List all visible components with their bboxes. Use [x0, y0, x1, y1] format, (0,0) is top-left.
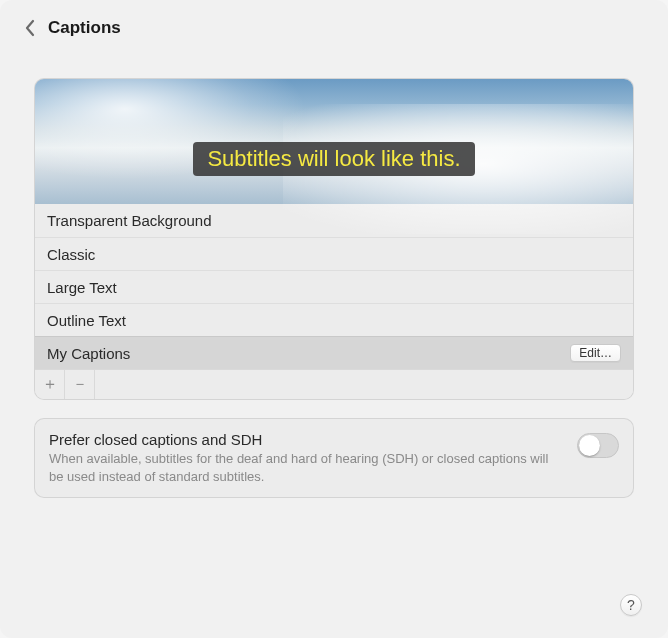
captions-panel: Captions Subtitles will look like this. …: [0, 0, 668, 638]
style-row-label: Classic: [47, 246, 95, 263]
preview-card: Subtitles will look like this. Transpare…: [34, 78, 634, 400]
toggle-knob: [579, 435, 600, 456]
add-style-button[interactable]: ＋: [35, 370, 65, 399]
header: Captions: [0, 0, 668, 50]
help-button[interactable]: ?: [620, 594, 642, 616]
style-row[interactable]: My CaptionsEdit…: [35, 336, 633, 369]
prefer-sdh-text: Prefer closed captions and SDH When avai…: [49, 431, 565, 485]
page-title: Captions: [48, 18, 121, 38]
remove-style-button[interactable]: －: [65, 370, 95, 399]
chevron-left-icon: [24, 19, 36, 37]
prefer-sdh-description: When available, subtitles for the deaf a…: [49, 450, 565, 485]
style-row-label: Outline Text: [47, 312, 126, 329]
style-row[interactable]: Large Text: [35, 270, 633, 303]
edit-style-button[interactable]: Edit…: [570, 344, 621, 362]
preview-area: Subtitles will look like this.: [35, 79, 633, 204]
add-remove-bar: ＋ －: [35, 369, 633, 399]
back-button[interactable]: [24, 19, 36, 37]
content: Subtitles will look like this. Transpare…: [0, 50, 668, 510]
style-row-label: Large Text: [47, 279, 117, 296]
style-row-label: Transparent Background: [47, 212, 212, 229]
subtitle-sample: Subtitles will look like this.: [193, 142, 474, 176]
style-row[interactable]: Classic: [35, 237, 633, 270]
prefer-sdh-title: Prefer closed captions and SDH: [49, 431, 565, 448]
prefer-sdh-toggle[interactable]: [577, 433, 619, 458]
style-row-label: My Captions: [47, 345, 130, 362]
style-row[interactable]: Outline Text: [35, 303, 633, 336]
prefer-sdh-card: Prefer closed captions and SDH When avai…: [34, 418, 634, 498]
